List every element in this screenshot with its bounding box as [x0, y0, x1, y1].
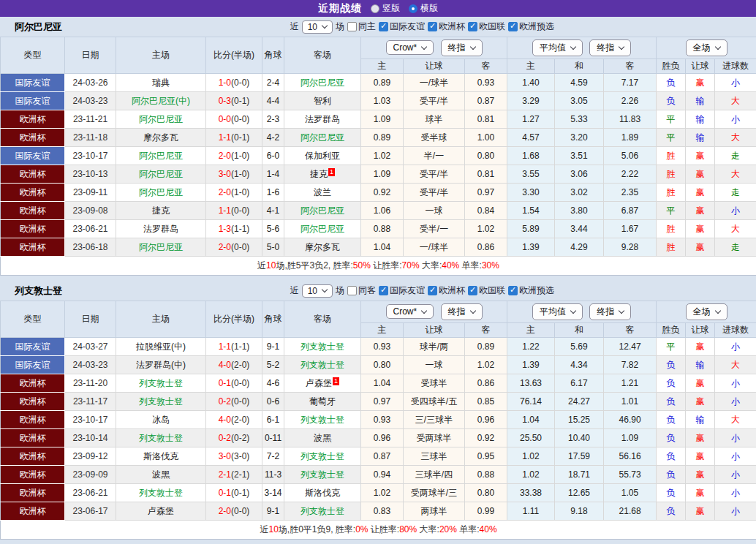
- final-odds-select[interactable]: 终指: [441, 39, 483, 56]
- avg-away: 56.16: [604, 447, 657, 466]
- fulltime-score: 1-3: [219, 224, 231, 234]
- col-header-home: 主场: [116, 37, 206, 74]
- average-select[interactable]: 平均值: [532, 39, 583, 56]
- score-cell: 2-0(0-0): [206, 502, 262, 521]
- odds-home: 1.09: [361, 165, 404, 184]
- match-date: 23-06-21: [65, 220, 116, 238]
- match-date: 23-11-18: [65, 129, 116, 147]
- odds-away: 0.86: [465, 374, 507, 393]
- summary-segment: 20%: [439, 524, 457, 534]
- result-handicap: 赢: [686, 147, 715, 165]
- away-team: 智利: [284, 92, 361, 110]
- chevron-down-icon: [570, 44, 576, 50]
- summary-segment: 80%: [399, 524, 417, 534]
- final-odds-select[interactable]: 终指: [589, 39, 631, 56]
- corner-count: 5-2: [262, 356, 284, 374]
- odds-away: 0.84: [465, 202, 507, 220]
- score-cell: 0-1(0-0): [206, 374, 262, 393]
- corner-count: 1-4: [262, 165, 284, 184]
- odds-home: 1.02: [361, 147, 404, 165]
- league-filter-friendly[interactable]: 国际友谊: [379, 284, 425, 297]
- halftime-score: (0-1): [231, 132, 249, 143]
- away-team: 列支敦士登: [284, 338, 361, 356]
- result-handicap: 赢: [686, 466, 715, 484]
- match-date: 23-09-08: [65, 202, 116, 220]
- odds-handicap: 一/球半: [404, 238, 465, 257]
- average-select[interactable]: 平均值: [532, 303, 583, 320]
- league-filter-eurocup[interactable]: 欧洲杯: [428, 20, 465, 33]
- match-date: 23-09-12: [65, 447, 116, 466]
- avg-home: 1.04: [507, 411, 555, 429]
- odds-handicap: 一球: [404, 356, 465, 374]
- result-handicap: 赢: [686, 165, 715, 184]
- league-filter-eurocup[interactable]: 欧洲杯: [428, 284, 465, 297]
- avg-home: 1.11: [507, 502, 555, 521]
- league-filter-qualifier[interactable]: 欧洲预选: [508, 20, 554, 33]
- odds-away: 1.02: [465, 220, 507, 238]
- chevron-down-icon: [421, 307, 427, 313]
- league-badge: 欧洲杯: [1, 393, 65, 411]
- checkbox-checked-icon: [379, 286, 388, 295]
- match-date: 24-03-23: [65, 92, 116, 110]
- score-cell: 2-0(1-0): [206, 184, 262, 202]
- average-group-header: 平均值 终指: [507, 301, 657, 323]
- bookmaker-select[interactable]: Crow*: [386, 304, 434, 319]
- avg-draw: 5.33: [555, 110, 604, 129]
- table-row: 国际友谊24-03-23阿尔巴尼亚(中)0-3(0-1)4-4智利1.03受平/…: [1, 92, 756, 110]
- result-group-header: 全场: [657, 301, 756, 323]
- corner-count: 1-6: [262, 184, 284, 202]
- score-cell: 2-0(1-0): [206, 147, 262, 165]
- result-goals: 大: [715, 220, 756, 238]
- avg-away: 1.67: [604, 220, 657, 238]
- league-filter-nations[interactable]: 欧国联: [468, 20, 505, 33]
- same-home-checkbox[interactable]: 同主: [347, 20, 376, 33]
- away-team: 阿尔巴尼亚: [284, 74, 361, 92]
- layout-radio-vertical[interactable]: 竖版: [371, 2, 400, 15]
- final-odds-select[interactable]: 终指: [589, 303, 631, 320]
- result-goals: 小: [715, 447, 756, 466]
- odds-home: 1.02: [361, 484, 404, 502]
- league-badge: 欧洲杯: [1, 184, 65, 202]
- halftime-score: (0-0): [231, 114, 249, 124]
- avg-draw: 12.65: [555, 484, 604, 502]
- score-cell: 2-1(2-1): [206, 466, 262, 484]
- fulltime-score: 1-1: [219, 205, 231, 216]
- table-row: 欧洲杯23-06-18阿尔巴尼亚2-0(0-0)5-0摩尔多瓦1.04一/球半0…: [1, 238, 756, 257]
- league-filter-friendly[interactable]: 国际友谊: [379, 20, 425, 33]
- final-odds-select[interactable]: 终指: [441, 303, 483, 320]
- league-filter-qualifier[interactable]: 欧洲预选: [508, 284, 554, 297]
- match-count-select[interactable]: 10: [302, 284, 333, 298]
- result-handicap: 输: [686, 110, 715, 129]
- avg-draw: 3.44: [555, 220, 604, 238]
- corner-count: 5-6: [262, 220, 284, 238]
- result-wdl: 负: [657, 502, 686, 521]
- sub-header-odds-away: 客: [465, 59, 507, 74]
- result-goals: 小: [715, 466, 756, 484]
- match-count-select[interactable]: 10: [302, 20, 333, 34]
- same-away-checkbox[interactable]: 同客: [347, 284, 376, 297]
- home-team: 摩尔多瓦: [116, 129, 206, 147]
- avg-home: 1.39: [507, 356, 555, 374]
- avg-away: 7.82: [604, 356, 657, 374]
- match-date: 23-10-17: [65, 411, 116, 429]
- chevron-down-icon: [714, 44, 720, 50]
- odds-away: 1.02: [465, 356, 507, 374]
- odds-handicap: 受平/半: [404, 92, 465, 110]
- odds-away: 0.97: [465, 184, 507, 202]
- fulltime-score: 2-0: [219, 187, 231, 197]
- result-wdl: 胜: [657, 184, 686, 202]
- result-wdl: 胜: [657, 147, 686, 165]
- page-title: 近期战绩: [318, 2, 362, 15]
- halftime-score: (0-0): [231, 506, 249, 516]
- halftime-score: (1-0): [231, 151, 249, 161]
- scope-select[interactable]: 全场: [686, 39, 727, 56]
- layout-radio-horizontal[interactable]: 横版: [409, 2, 438, 15]
- away-team: 阿尔巴尼亚: [284, 129, 361, 147]
- col-header-type: 类型: [1, 37, 65, 74]
- fulltime-score: 2-1: [219, 469, 231, 480]
- scope-select[interactable]: 全场: [686, 303, 727, 320]
- league-filter-nations[interactable]: 欧国联: [468, 284, 505, 297]
- match-date: 24-03-26: [65, 74, 116, 92]
- bookmaker-select[interactable]: Crow*: [386, 40, 434, 55]
- summary-segment: 场,胜5平3负2, 胜率:: [276, 260, 352, 271]
